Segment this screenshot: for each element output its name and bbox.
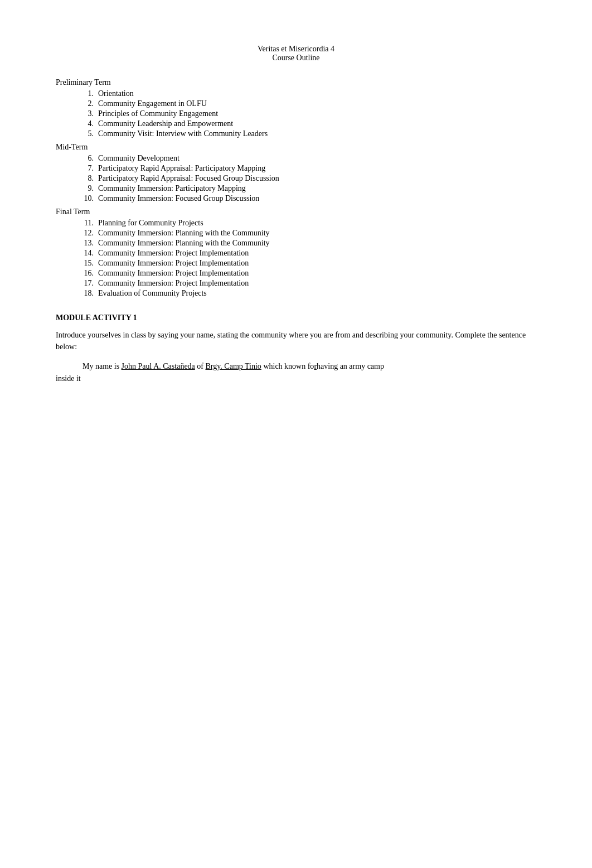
list-item: 10.Community Immersion: Focused Group Di… xyxy=(78,194,536,203)
list-item: 16.Community Immersion: Project Implemen… xyxy=(78,269,536,278)
module-title: MODULE ACTIVITY 1 xyxy=(56,314,536,322)
list-item: 5.Community Visit: Interview with Commun… xyxy=(78,129,536,138)
preliminary-term-label: Preliminary Term xyxy=(56,78,536,87)
mid-term-label: Mid-Term xyxy=(56,143,536,152)
list-item: 4.Community Leadership and Empowerment xyxy=(78,119,536,128)
response-brgy: Brgy. Camp Tinio xyxy=(206,362,261,370)
list-item: 1.Orientation xyxy=(78,89,536,98)
list-item: 18.Evaluation of Community Projects xyxy=(78,289,536,298)
final-term-list: 11.Planning for Community Projects 12.Co… xyxy=(78,219,536,298)
module-response: My name is John Paul A. Castañeda of Brg… xyxy=(83,360,536,373)
page-header: Veritas et Misericordia 4 Course Outline xyxy=(56,45,536,62)
list-item: 9.Community Immersion: Participatory Map… xyxy=(78,184,536,193)
header-line2: Course Outline xyxy=(56,54,536,62)
list-item: 17.Community Immersion: Project Implemen… xyxy=(78,279,536,288)
list-item: 15.Community Immersion: Project Implemen… xyxy=(78,259,536,268)
list-item: 3.Principles of Community Engagement xyxy=(78,109,536,118)
preliminary-term-section: Preliminary Term 1.Orientation 2.Communi… xyxy=(56,78,536,138)
final-term-section: Final Term 11.Planning for Community Pro… xyxy=(56,208,536,298)
response-r: r xyxy=(314,362,317,370)
header-line1: Veritas et Misericordia 4 xyxy=(56,45,536,54)
module-description: Introduce yourselves in class by saying … xyxy=(56,329,536,353)
list-item: 11.Planning for Community Projects xyxy=(78,219,536,228)
final-term-label: Final Term xyxy=(56,208,536,216)
list-item: 6.Community Development xyxy=(78,154,536,163)
list-item: 12.Community Immersion: Planning with th… xyxy=(78,229,536,238)
list-item: 8.Participatory Rapid Appraisal: Focused… xyxy=(78,174,536,183)
preliminary-term-list: 1.Orientation 2.Community Engagement in … xyxy=(78,89,536,138)
list-item: 13.Community Immersion: Planning with th… xyxy=(78,239,536,248)
module-activity-section: MODULE ACTIVITY 1 Introduce yourselves i… xyxy=(56,314,536,385)
mid-term-section: Mid-Term 6.Community Development 7.Parti… xyxy=(56,143,536,203)
module-response-cont: inside it xyxy=(56,373,536,385)
list-item: 2.Community Engagement in OLFU xyxy=(78,99,536,108)
list-item: 14.Community Immersion: Project Implemen… xyxy=(78,249,536,258)
list-item: 7.Participatory Rapid Appraisal: Partici… xyxy=(78,164,536,173)
response-name: John Paul A. Castañeda xyxy=(122,362,195,370)
mid-term-list: 6.Community Development 7.Participatory … xyxy=(78,154,536,203)
